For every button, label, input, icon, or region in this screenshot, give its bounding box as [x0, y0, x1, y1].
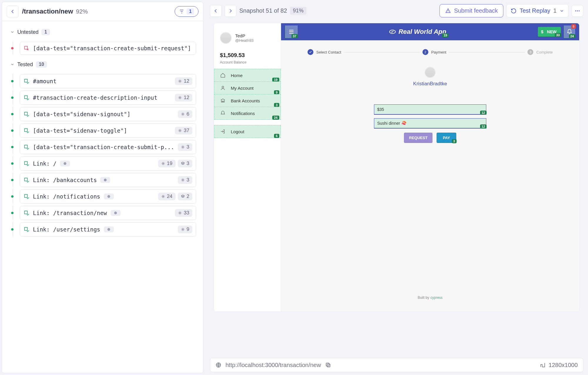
section-tested[interactable]: Tested 10 — [9, 57, 196, 72]
pay-button[interactable]: PAY 3 — [437, 133, 456, 143]
svg-point-16 — [577, 10, 578, 11]
selector-item[interactable]: #amount 12 — [20, 74, 196, 88]
left-header: /transaction/new 92% 1 — [2, 2, 203, 21]
layers-badge: 3 — [178, 160, 192, 167]
stepper: Select Contact 2 Payment 3 Complete — [281, 40, 579, 58]
notifications-count: 8 — [571, 24, 576, 29]
footer-url: http://localhost:3000/transaction/new — [225, 362, 321, 369]
target-pass-icon — [24, 128, 29, 134]
coverage-badge: 24 — [569, 34, 575, 38]
snapshots-badge: 24 — [158, 193, 176, 200]
snapshots-badge: 6 — [178, 110, 192, 118]
coverage-badge: 12 — [480, 111, 487, 115]
nav-label: Logout — [231, 129, 244, 134]
app-main: 37 Real World App 19 NEW — [281, 23, 579, 311]
right-header: Snapshot 51 of 82 91% Submit feedback Te… — [205, 0, 588, 20]
svg-point-15 — [575, 10, 576, 11]
snapshots-badge: 9 — [178, 226, 192, 233]
status-dot-untested — [11, 47, 14, 49]
selector-item[interactable]: Link: /notifications 24 2 — [20, 189, 196, 204]
step-label: Select Contact — [316, 50, 341, 54]
notifications-button[interactable]: 8 24 — [564, 26, 575, 38]
snapshots-badge: 3 — [178, 143, 192, 151]
coverage-badge: 24 — [272, 116, 279, 120]
snapshot-next-button[interactable] — [225, 5, 236, 17]
coverage-badge: 19 — [272, 78, 279, 82]
section-untested-count: 1 — [41, 29, 50, 35]
app-snapshot: TedP @Heath93 $1,509.53 Account Balance … — [214, 23, 579, 311]
selector-item[interactable]: Link: /user/settings 9 — [20, 222, 196, 236]
nav-item-home[interactable]: Home19 — [214, 69, 281, 82]
svg-point-12 — [179, 212, 181, 214]
submit-feedback-button[interactable]: Submit feedback — [440, 4, 503, 17]
target-pass-icon — [24, 194, 29, 199]
svg-point-13 — [107, 228, 110, 231]
selector-text: #amount — [33, 78, 56, 84]
target-pass-icon — [24, 95, 29, 101]
snapshots-badge: 19 — [158, 160, 176, 167]
layers-badge: 2 — [178, 193, 192, 200]
footer-bar: http://localhost:3000/transaction/new 12… — [210, 358, 583, 372]
status-dot-tested — [11, 179, 14, 181]
filter-button[interactable]: 1 — [175, 6, 198, 17]
selector-item[interactable]: [data-test="sidenav-signout"] 6 — [20, 107, 196, 121]
sidenav-toggle[interactable]: 37 — [285, 26, 298, 38]
request-button[interactable]: REQUEST — [404, 133, 432, 143]
app-bar: 37 Real World App 19 NEW — [281, 23, 579, 40]
svg-point-10 — [163, 196, 164, 197]
new-transaction-button[interactable]: NEW 33 — [538, 27, 561, 37]
coverage-badge: 19 — [442, 33, 449, 37]
target-pass-icon — [24, 161, 29, 166]
svg-point-5 — [64, 162, 66, 165]
test-replay-button[interactable]: Test Replay 1 — [506, 4, 569, 17]
selector-item[interactable]: Link: /bankaccounts 3 — [20, 173, 196, 187]
test-replay-label: Test Replay — [519, 7, 550, 14]
selector-item[interactable]: #transaction-create-description-input 12 — [20, 91, 196, 105]
nav-item-logout[interactable]: Logout6 — [214, 125, 281, 138]
back-button[interactable] — [7, 6, 19, 17]
nav-item-notifications[interactable]: Notifications24 — [214, 107, 281, 120]
selectors-panel: /transaction/new 92% 1 Untested 1 [data-… — [2, 2, 203, 373]
selector-text: Link: /transaction/new — [33, 210, 107, 216]
svg-point-9 — [107, 195, 110, 198]
selector-text: #transaction-create-description-input — [33, 94, 157, 101]
selector-item[interactable]: [data-test="transaction-create-submit-p.… — [20, 140, 196, 154]
selector-item[interactable]: Link: / 19 3 — [20, 156, 196, 171]
description-input[interactable]: Sushi dinner 🍣 12 — [374, 118, 486, 129]
status-dot-tested — [11, 96, 14, 99]
step-number: 3 — [527, 49, 533, 55]
status-dot-tested — [11, 129, 14, 132]
payee-name: KristianBradtke — [281, 81, 579, 87]
selector-item[interactable]: Link: /transaction/new 33 — [20, 206, 196, 220]
built-by: Built bycypress — [281, 287, 579, 311]
section-untested[interactable]: Untested 1 — [9, 25, 196, 39]
selector-text: Link: /user/settings — [33, 226, 100, 233]
selector-item[interactable]: [data-test="sidenav-toggle"] 37 — [20, 124, 196, 138]
snapshot-pct: 91% — [290, 7, 306, 15]
status-dot-tested — [11, 212, 14, 214]
submit-feedback-label: Submit feedback — [454, 7, 498, 14]
coverage-badge: 12 — [480, 124, 487, 129]
selector-text: [data-test="sidenav-signout"] — [33, 111, 131, 117]
snapshot-prev-button[interactable] — [210, 5, 222, 17]
coverage-pct: 92% — [76, 8, 88, 15]
svg-point-1 — [179, 97, 181, 98]
section-tested-count: 10 — [36, 61, 47, 68]
user-handle: @Heath93 — [235, 38, 253, 43]
amount-input[interactable]: $35 12 — [374, 104, 486, 115]
user-block: TedP @Heath93 — [214, 29, 281, 47]
nav-item-bank-accounts[interactable]: Bank Accounts3 — [214, 94, 281, 107]
bell-icon — [567, 29, 572, 35]
more-menu-button[interactable] — [572, 5, 583, 17]
status-dot-tested — [11, 195, 14, 198]
svg-point-11 — [114, 211, 117, 214]
copy-icon[interactable] — [325, 362, 331, 368]
selector-item[interactable]: [data-test="transaction-create-submit-re… — [20, 42, 196, 55]
selector-text: [data-test="transaction-create-submit-re… — [33, 45, 191, 51]
coverage-badge: 3 — [452, 139, 457, 143]
nav-item-my-account[interactable]: My Account9 — [214, 81, 281, 94]
status-dot-tested — [11, 80, 14, 82]
coverage-badge: 3 — [274, 103, 279, 107]
target-fail-icon — [24, 45, 29, 51]
page-path: /transaction/new — [22, 8, 73, 15]
